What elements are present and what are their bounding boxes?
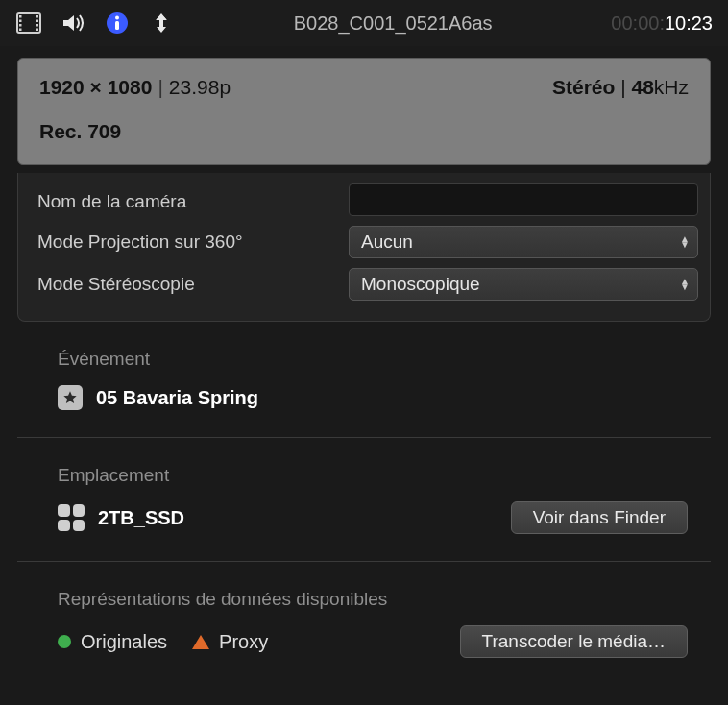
audio-tab-icon[interactable] [60,10,86,36]
row-stereoscopy-mode: Mode Stéréoscopie Monoscopique ▲▼ [37,263,698,305]
svg-rect-7 [36,24,39,27]
label-projection-mode: Mode Projection sur 360° [37,231,335,253]
svg-rect-4 [19,29,22,32]
select-stereoscopy-value: Monoscopique [361,274,480,295]
info-video-format: 1920 × 1080|23.98p [39,76,231,99]
clip-info-banner: 1920 × 1080|23.98p Stéréo | 48kHz Rec. 7… [17,58,711,165]
select-stereoscopy-mode[interactable]: Monoscopique ▲▼ [349,268,698,301]
timecode-display: 00:00:10:23 [611,12,713,35]
location-value-row: 2TB_SSD [58,504,184,531]
info-audio-format: Stéréo | 48kHz [552,76,689,99]
info-audio-channels: Stéréo [552,76,615,98]
section-event: Événement 05 Bavaria Spring [17,322,711,438]
media-status-row: Originales Proxy [58,631,268,653]
video-tab-icon[interactable] [15,10,42,36]
storage-icon [58,504,85,531]
chevron-updown-icon: ▲▼ [680,236,690,248]
star-icon [58,385,83,410]
status-proxy: Proxy [192,631,268,653]
info-audio-rate: 48 [631,76,653,98]
row-projection-mode: Mode Projection sur 360° Aucun ▲▼ [37,221,698,263]
svg-rect-6 [36,20,39,23]
timecode-dim: 00:00: [611,12,665,34]
transcode-media-button[interactable]: Transcoder le média… [460,625,688,658]
info-audio-unit: kHz [654,76,689,98]
svg-rect-8 [36,29,39,32]
label-camera-name: Nom de la caméra [37,187,335,212]
svg-rect-3 [19,24,22,27]
timecode-active: 10:23 [665,12,713,34]
camera-properties-group: Nom de la caméra Mode Projection sur 360… [17,173,711,322]
event-value-row: 05 Bavaria Spring [58,385,688,410]
select-projection-mode[interactable]: Aucun ▲▼ [349,226,698,258]
info-framerate: 23.98p [169,76,231,98]
info-row-format: 1920 × 1080|23.98p Stéréo | 48kHz [39,76,689,99]
header-representations: Représentations de données disponibles [58,589,688,610]
chevron-updown-icon: ▲▼ [680,279,690,290]
section-representations: Représentations de données disponibles O… [17,562,711,685]
section-location: Emplacement 2TB_SSD Voir dans Finder [17,438,711,562]
status-original: Originales [58,631,167,653]
event-name: 05 Bavaria Spring [96,387,258,409]
location-name: 2TB_SSD [98,507,184,529]
svg-point-10 [115,16,119,20]
svg-rect-5 [36,15,39,18]
svg-rect-1 [19,15,22,18]
clip-title: B028_C001_0521A6as [192,12,594,35]
header-event: Événement [58,349,688,370]
inspector-toolbar: B028_C001_0521A6as 00:00:10:23 [0,0,728,46]
info-tab-icon[interactable] [104,10,131,36]
svg-rect-11 [115,21,119,30]
info-colorspace: Rec. 709 [39,120,689,143]
info-resolution: 1920 × 1080 [39,76,152,98]
status-proxy-label: Proxy [219,631,268,653]
header-location: Emplacement [58,465,688,486]
label-stereoscopy-mode: Mode Stéréoscopie [37,274,335,295]
svg-rect-2 [19,20,22,23]
input-camera-name[interactable] [349,183,698,216]
select-projection-value: Aucun [361,231,413,253]
share-tab-icon[interactable] [148,10,175,36]
row-camera-name: Nom de la caméra [37,179,698,221]
status-original-label: Originales [81,631,167,653]
reveal-in-finder-button[interactable]: Voir dans Finder [511,501,688,534]
status-warning-icon [192,635,209,649]
status-ok-icon [58,635,71,648]
